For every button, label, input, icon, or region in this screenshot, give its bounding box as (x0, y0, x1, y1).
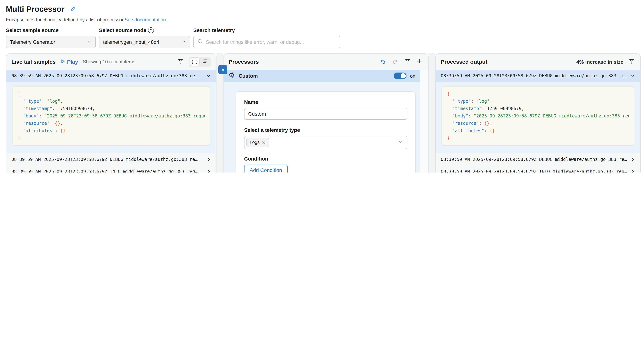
source-node-select[interactable]: telemetrygen_input_48d4 (99, 36, 190, 48)
live-tail-panel: Live tail samples Play Showing 10 recent… (6, 54, 216, 172)
processors-panel: Processors Custom on (223, 54, 428, 172)
processor-name: Custom (238, 73, 258, 79)
chevron-down-icon (628, 73, 635, 78)
json-line: "resource": {}, (447, 120, 629, 127)
json-line: { (447, 90, 629, 98)
filter-button[interactable] (628, 58, 635, 66)
telemetry-type-label: Select a telemetry type (244, 127, 407, 133)
telemetry-type-select[interactable]: Logs✕ (244, 136, 407, 149)
page-title: Multi Processor (6, 5, 64, 14)
filter-button[interactable] (404, 58, 411, 66)
processed-output-header: Processed output ~4% increase in size (436, 54, 640, 70)
json-line: "_type": "log", (18, 98, 205, 105)
log-row-text: 08:39:59 AM 2025-09-28T23:09:58.679Z INF… (441, 169, 627, 172)
plus-icon (416, 58, 422, 65)
play-icon (60, 59, 65, 64)
processor-editor-card: Name Select a telemetry type Logs✕ (236, 91, 416, 172)
log-row-expanded[interactable]: 08:39:59 AM 2025-09-28T23:09:58.679Z DEB… (436, 70, 640, 82)
json-preview: { "_type": "log", "timestamp": 175910099… (12, 86, 210, 146)
undo-button[interactable] (379, 57, 386, 66)
add-button[interactable] (416, 58, 423, 66)
json-line: "resource": {}, (18, 120, 205, 127)
telemetry-chip-logs: Logs✕ (246, 138, 269, 147)
add-condition-button[interactable]: Add Condition (244, 164, 288, 172)
undo-icon (380, 58, 386, 65)
chip-label: Logs (250, 140, 260, 145)
search-telemetry-label: Search telemetry (193, 27, 340, 33)
live-tail-header: Live tail samples Play Showing 10 recent… (6, 54, 216, 70)
list-view-button[interactable] (200, 57, 210, 66)
name-label: Name (244, 99, 407, 105)
expanded-log-detail: { "_type": "log", "timestamp": 175910099… (6, 82, 216, 153)
panel-resizer-right[interactable] (428, 54, 435, 172)
log-row[interactable]: 08:39:59 AM 2025-09-28T23:09:58.679Z DEB… (436, 153, 640, 165)
chevron-down-icon (87, 39, 92, 45)
processor-item-custom[interactable]: Custom on (224, 70, 420, 82)
redo-icon (392, 58, 398, 65)
json-line: "attributes": {} (447, 127, 629, 134)
live-tail-title: Live tail samples (12, 58, 56, 65)
chevron-right-icon (204, 169, 211, 172)
page-header: Multi Processor Encapsulates functionali… (0, 0, 644, 48)
sample-controls: Select sample source Telemetry Generator… (6, 27, 638, 48)
pencil-icon (70, 6, 76, 13)
filter-button[interactable] (177, 58, 184, 66)
json-line: "body": "2025-09-28T23:09:58.679Z DEBUG … (18, 112, 205, 120)
multi-processor-page: Multi Processor Encapsulates functionali… (0, 0, 644, 172)
processor-name-input[interactable] (244, 108, 407, 120)
redo-button[interactable] (392, 57, 399, 66)
processed-output-rows: 08:39:59 AM 2025-09-28T23:09:58.679Z DEB… (436, 153, 640, 172)
source-node-value: telemetrygen_input_48d4 (103, 39, 182, 45)
play-label: Play (67, 59, 78, 64)
json-view-button[interactable]: { } (190, 57, 200, 66)
remove-chip-icon[interactable]: ✕ (262, 140, 266, 145)
filter-icon (178, 58, 183, 65)
log-row-expanded[interactable]: 08:39:59 AM 2025-09-28T23:09:58.679Z DEB… (6, 70, 216, 82)
json-line: "body": "2025-09-28T23:09:58.679Z DEBUG … (447, 112, 629, 120)
processor-editor-area: Name Select a telemetry type Logs✕ (224, 82, 420, 172)
json-preview: { "_type": "log", "timestamp": 175910099… (442, 86, 634, 146)
edit-title-button[interactable] (70, 6, 76, 13)
filter-icon (629, 58, 634, 65)
processed-output-title: Processed output (441, 58, 487, 65)
recent-items-status: Showing 10 recent items (83, 59, 135, 64)
processors-header: Processors (224, 54, 428, 70)
chevron-right-icon (204, 157, 211, 162)
json-line: "attributes": {} (18, 127, 205, 134)
json-line: "timestamp": 1759100998679, (18, 105, 205, 112)
search-icon (197, 39, 202, 45)
log-row-text: 08:39:59 AM 2025-09-28T23:09:58.679Z DEB… (12, 157, 198, 162)
log-row-text: 08:39:59 AM 2025-09-28T23:09:58.679Z INF… (12, 169, 198, 172)
log-row[interactable]: 08:39:59 AM 2025-09-28T23:09:58.679Z INF… (436, 165, 640, 172)
filter-icon (405, 58, 410, 65)
log-row-text: 08:39:59 AM 2025-09-28T23:09:58.679Z DEB… (441, 73, 627, 78)
log-row[interactable]: 08:39:59 AM 2025-09-28T23:09:58.679Z INF… (6, 165, 216, 172)
chevron-right-icon (628, 169, 635, 172)
log-row-text: 08:39:59 AM 2025-09-28T23:09:58.679Z DEB… (441, 157, 627, 162)
collapse-panel-button[interactable]: « (218, 65, 227, 74)
expanded-log-detail: { "_type": "log", "timestamp": 175910099… (436, 82, 640, 153)
log-row[interactable]: 08:39:59 AM 2025-09-28T23:09:58.679Z DEB… (6, 153, 216, 165)
live-tail-rows: 08:39:59 AM 2025-09-28T23:09:58.679Z DEB… (6, 153, 216, 172)
view-mode-toggle: { } (189, 56, 211, 67)
json-line: "timestamp": 1759100998679, (447, 105, 629, 112)
see-documentation-link[interactable]: See documentation. (125, 17, 167, 22)
processors-scroll-gutter (420, 70, 428, 172)
processor-enabled-toggle[interactable] (394, 72, 406, 79)
processed-output-panel: Processed output ~4% increase in size 08… (435, 54, 641, 172)
json-line: { (18, 90, 205, 98)
source-node-label: Select source node (99, 27, 146, 33)
chevron-double-left-icon: « (222, 67, 224, 72)
help-icon[interactable]: ? (148, 27, 154, 33)
search-telemetry-input[interactable] (205, 39, 336, 45)
size-change-badge: ~4% increase in size (573, 59, 624, 64)
processor-toggle-state: on (410, 73, 415, 78)
panels-row: Live tail samples Play Showing 10 recent… (6, 54, 644, 172)
condition-label: Condition (244, 156, 407, 162)
play-button[interactable]: Play (60, 59, 78, 64)
sample-source-select[interactable]: Telemetry Generator (6, 36, 96, 48)
chevron-right-icon (628, 157, 635, 162)
chevron-down-icon (203, 73, 211, 78)
page-subtitle: Encapsulates functionality defined by a … (6, 17, 638, 22)
chevron-down-icon (182, 39, 186, 45)
